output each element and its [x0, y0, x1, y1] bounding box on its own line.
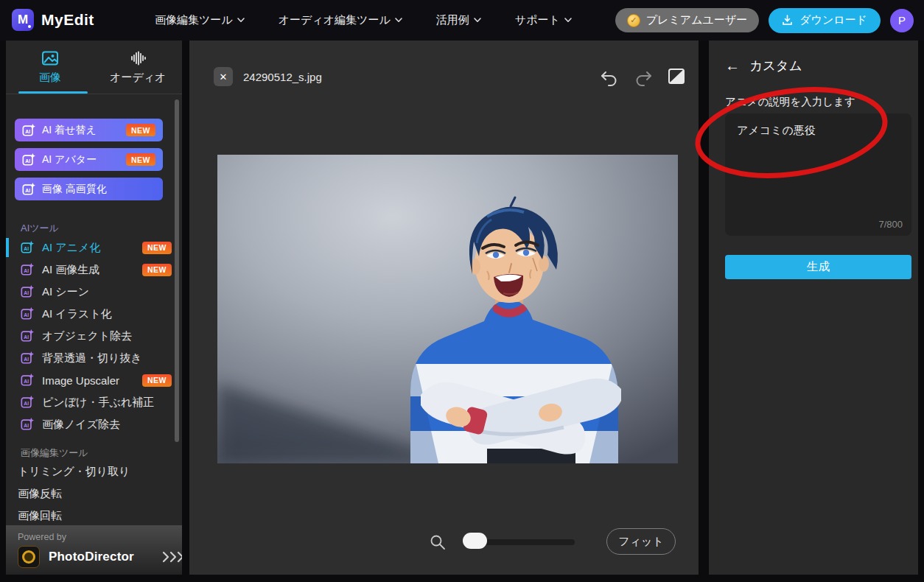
sidebar-item-rotate[interactable]: 画像回転: [18, 505, 62, 527]
nav-menu-label: 画像編集ツール: [155, 13, 233, 27]
open-filename: 24290512_s.jpg: [243, 71, 322, 83]
premium-user-badge[interactable]: ✓ プレミアムユーザー: [615, 8, 759, 32]
new-badge: NEW: [142, 242, 172, 254]
tab-audio[interactable]: オーディオ: [94, 41, 183, 94]
sidebar-footer: Powered by PhotoDirector: [6, 525, 182, 575]
new-badge: NEW: [126, 124, 155, 136]
user-avatar[interactable]: P: [890, 9, 914, 32]
undo-button[interactable]: [599, 69, 618, 88]
zoom-controls: フィット: [189, 523, 699, 575]
fit-button[interactable]: フィット: [606, 528, 676, 555]
chevron-down-icon: [474, 18, 481, 23]
tab-audio-label: オーディオ: [110, 71, 166, 85]
tab-image-label: 画像: [39, 71, 61, 85]
sidebar-item-object-removal[interactable]: オブジェクト除去: [6, 325, 182, 347]
sidebar-item-label: AI イラスト化: [42, 307, 182, 321]
tab-image[interactable]: 画像: [6, 41, 94, 94]
editor-canvas: ✕ 24290512_s.jpg: [189, 41, 699, 575]
ai-icon: [21, 285, 34, 298]
promo-label: AI 着せ替え: [42, 124, 119, 137]
sidebar-item-label: AI アニメ化: [42, 241, 134, 255]
new-badge: NEW: [142, 374, 172, 387]
sidebar-item-label: AI シーン: [42, 285, 182, 299]
chevron-down-icon: [237, 18, 245, 23]
premium-coin-icon: ✓: [627, 14, 640, 27]
prompt-textarea[interactable]: アメコミの悪役: [725, 113, 911, 236]
photodirector-logo-icon: [18, 546, 40, 568]
nav-menus: 画像編集ツール オーディオ編集ツール 活用例 サポート: [155, 0, 572, 41]
active-indicator: [6, 238, 9, 257]
sidebar-item-deblur[interactable]: ピンぼけ・手ぶれ補正: [6, 391, 182, 413]
download-button[interactable]: ダウンロード: [769, 8, 881, 33]
close-file-button[interactable]: ✕: [214, 67, 233, 86]
sidebar-item-ai-image-gen[interactable]: AI 画像生成 NEW: [6, 259, 182, 281]
prompt-textarea-container: アメコミの悪役 7/800: [725, 113, 911, 236]
brand-name: MyEdit: [41, 11, 94, 29]
sidebar-item-image-upscaler[interactable]: Image Upscaler NEW: [6, 369, 182, 391]
photodirector-link[interactable]: PhotoDirector: [18, 546, 182, 568]
ai-icon: [21, 307, 34, 320]
sidebar-item-label: Image Upscaler: [42, 374, 134, 387]
zoom-slider-thumb[interactable]: [463, 533, 487, 549]
panel-header: ← カスタム: [725, 57, 802, 74]
promo-label: AI アバター: [42, 153, 119, 166]
prompt-label: アニメの説明を入力します: [725, 95, 855, 109]
sidebar-item-denoise[interactable]: 画像ノイズ除去: [6, 413, 182, 435]
powered-by-label: Powered by: [18, 532, 66, 542]
promo-ai-outfit-button[interactable]: AI 着せ替え NEW: [15, 119, 163, 141]
myedit-app: M MyEdit 画像編集ツール オーディオ編集ツール 活用例 サポート: [0, 0, 924, 582]
promo-ai-avatar-button[interactable]: AI アバター NEW: [15, 148, 163, 171]
back-arrow-icon[interactable]: ←: [725, 57, 740, 74]
nav-menu-label: オーディオ編集ツール: [279, 13, 391, 27]
promo-enhance-button[interactable]: 画像 高画質化: [15, 178, 163, 200]
nav-menu-label: 活用例: [436, 13, 469, 27]
left-sidebar: 画像 オーディオ AI 着せ替え NEW: [6, 41, 182, 575]
nav-menu-audio-tools[interactable]: オーディオ編集ツール: [279, 13, 402, 27]
photodirector-name: PhotoDirector: [49, 550, 134, 564]
sidebar-item-ai-scene[interactable]: AI シーン: [6, 281, 182, 303]
divider: [6, 94, 182, 94]
edited-image-anime-man[interactable]: [217, 155, 678, 463]
ai-icon: [21, 351, 34, 365]
sidebar-item-ai-illustration[interactable]: AI イラスト化: [6, 303, 182, 325]
redo-button[interactable]: [634, 69, 654, 88]
download-label: ダウンロード: [799, 13, 867, 27]
sidebar-item-crop[interactable]: トリミング・切り取り: [18, 460, 130, 483]
compare-before-after-button[interactable]: [667, 66, 686, 85]
download-icon: [782, 15, 793, 26]
top-navbar: M MyEdit 画像編集ツール オーディオ編集ツール 活用例 サポート: [0, 0, 924, 41]
chevron-down-icon: [564, 18, 572, 23]
sidebar-item-label: 背景透過・切り抜き: [42, 351, 182, 365]
chevron-down-icon: [395, 18, 402, 23]
ai-icon: [21, 418, 34, 431]
logo-glyph: M: [18, 13, 28, 27]
premium-label: プレミアムユーザー: [646, 13, 747, 27]
new-badge: NEW: [126, 153, 155, 166]
sidebar-item-background-removal[interactable]: 背景透過・切り抜き: [6, 347, 182, 369]
magnifier-icon: [430, 534, 446, 550]
nav-right-cluster: ✓ プレミアムユーザー ダウンロード P: [615, 0, 914, 41]
sidebar-item-ai-anime[interactable]: AI アニメ化 NEW: [6, 236, 182, 259]
sidebar-item-label: オブジェクト除去: [42, 329, 182, 343]
ai-icon: [21, 396, 34, 409]
logo-sparkle: [28, 25, 31, 28]
section-title-image-edit-tools: 画像編集ツール: [21, 446, 88, 460]
sidebar-tabs: 画像 オーディオ: [6, 41, 182, 94]
brand[interactable]: M MyEdit: [12, 9, 94, 31]
nav-menu-examples[interactable]: 活用例: [436, 13, 481, 27]
section-title-ai-tools: AIツール: [21, 222, 59, 235]
sidebar-item-flip[interactable]: 画像反転: [18, 483, 62, 505]
ai-icon: [22, 124, 35, 137]
custom-prompt-panel: ← カスタム アニメの説明を入力します アメコミの悪役 7/800 生成: [709, 41, 918, 575]
generate-button[interactable]: 生成: [725, 255, 911, 279]
ai-icon: [22, 183, 35, 196]
new-badge: NEW: [142, 264, 172, 276]
ai-icon: [21, 241, 34, 254]
nav-menu-image-tools[interactable]: 画像編集ツール: [155, 13, 245, 27]
nav-menu-support[interactable]: サポート: [515, 13, 572, 27]
sidebar-item-label: ピンぼけ・手ぶれ補正: [42, 396, 182, 410]
audio-waveform-icon: [129, 49, 147, 67]
sidebar-item-label: 画像ノイズ除去: [42, 418, 182, 432]
panel-title: カスタム: [749, 57, 802, 74]
ai-icon: [21, 374, 34, 387]
